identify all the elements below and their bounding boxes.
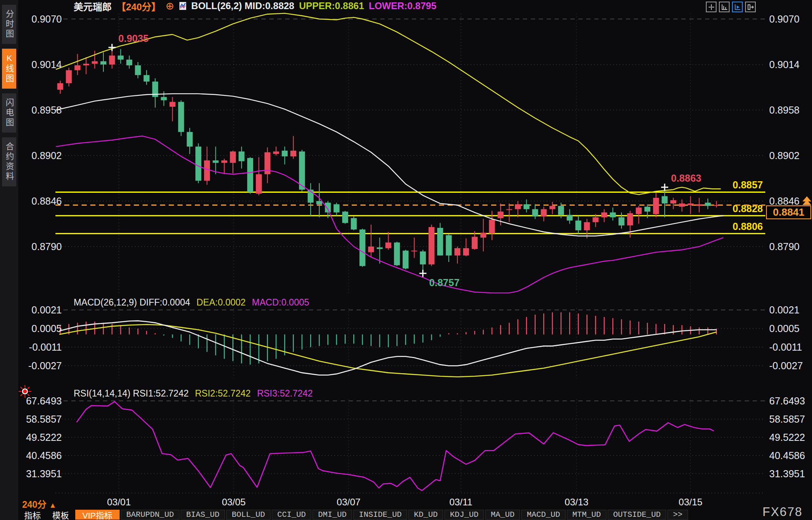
tab-indicator[interactable]: MA_UD: [485, 510, 520, 520]
candle: [437, 228, 443, 256]
candle: [429, 227, 435, 264]
axis-tick-label: 31.3951: [769, 468, 805, 479]
date-tick-label: 03/01: [107, 497, 131, 507]
tab-indicator[interactable]: KD_UD: [408, 510, 443, 520]
date-tick-label: 03/11: [449, 497, 472, 507]
tab-indicator[interactable]: BOLL_UD: [226, 510, 271, 520]
sidebar-item-active[interactable]: K线图: [2, 49, 16, 89]
axis-tick-label: 0.8902: [769, 150, 799, 161]
candle: [83, 64, 89, 65]
sidebar-item-chart-type[interactable]: 合约资料: [2, 137, 16, 186]
candle: [66, 70, 72, 83]
tab-indicator[interactable]: MACD_UD: [521, 510, 566, 520]
axis-tick-label: 67.6493: [769, 395, 805, 406]
bollinger-lines: [56, 13, 723, 293]
candle: [126, 60, 132, 65]
boll-upper-value: UPPER:0.8861: [299, 0, 364, 11]
timeframe-arrow-icon[interactable]: ▲: [49, 501, 57, 509]
axis-tick-label: 49.5222: [26, 432, 62, 443]
axis-tick-label: -0.0011: [29, 342, 62, 353]
candle: [576, 220, 581, 230]
axis-play-icon[interactable]: [732, 2, 743, 12]
candle: [204, 160, 210, 180]
candle: [515, 204, 521, 209]
tab-indicator[interactable]: DMI_UD: [313, 510, 352, 520]
candles-layer: [57, 47, 720, 273]
axis-tick-label: -0.0027: [28, 360, 62, 371]
price-annotation: 0.9035: [118, 33, 149, 44]
symbol-title: 美元瑞郎: [74, 0, 112, 13]
kline-indicator-icon: [179, 1, 187, 11]
candle: [524, 204, 530, 209]
axis-tick-label: 0.8958: [769, 104, 799, 116]
sidebar-item-chart-type[interactable]: 分时图: [2, 5, 16, 44]
candle: [74, 65, 80, 70]
candle: [662, 196, 668, 203]
candle: [325, 203, 331, 213]
tab-indicator[interactable]: 模板: [47, 510, 74, 520]
macd-value: MACD:0.0005: [252, 297, 309, 308]
tab-indicator[interactable]: >>: [667, 510, 688, 520]
tab-indicator[interactable]: 指标: [19, 510, 46, 520]
tab-vip-indicator[interactable]: VIP指标: [75, 510, 120, 520]
candle: [532, 209, 538, 216]
candle: [610, 213, 616, 217]
candle: [161, 97, 167, 100]
tab-indicator[interactable]: INSIDE_UD: [353, 510, 407, 520]
candle: [385, 243, 391, 248]
tab-indicator[interactable]: BIAS_UD: [181, 510, 225, 520]
candle: [377, 247, 383, 249]
candle: [178, 102, 184, 132]
axis-tick-label: 0.8846: [32, 195, 62, 207]
price-annotation: 0.8757: [429, 277, 459, 288]
tab-indicator[interactable]: OUTSIDE_UD: [608, 510, 666, 520]
sidebar-item-chart-type[interactable]: 闪电图: [2, 93, 16, 133]
boll-summary: BOLL(26,2) MID:0.8828: [191, 0, 294, 11]
price-annotation: 0.8863: [671, 173, 701, 184]
candle: [705, 203, 711, 206]
candle: [92, 61, 98, 64]
tab-indicator[interactable]: MTM_UD: [567, 510, 606, 520]
candle: [446, 235, 452, 255]
axis-tick-label: 31.3951: [26, 468, 62, 479]
axis-tick-label: 0.8958: [32, 104, 62, 116]
axis-tick-label: 0.9014: [32, 59, 62, 70]
trading-app: { "header": { "symbol": "美元瑞郎", "period"…: [0, 0, 812, 520]
rsi2-value: RSI2:52.7242: [195, 388, 251, 399]
exit-chart-icon[interactable]: [745, 2, 756, 12]
axis-tick-label: 0.8902: [32, 150, 62, 161]
macd-panel: [59, 312, 717, 377]
candle: [144, 75, 150, 82]
candle: [541, 209, 547, 216]
candle: [567, 215, 573, 220]
candle: [221, 160, 227, 163]
chart-canvas[interactable]: 0.88570.88280.88060.90700.90700.90140.90…: [0, 0, 812, 520]
candle: [195, 146, 201, 180]
candle: [101, 61, 107, 65]
chart-header: 美元瑞郎 【240分】 ⊕ BOLL(26,2) MID:0.8828 UPPE…: [74, 0, 436, 11]
candle: [489, 220, 495, 233]
axis-tick-label: 0.0021: [769, 304, 799, 315]
candle: [696, 204, 702, 206]
crosshair-icon[interactable]: [706, 2, 717, 12]
tab-indicator[interactable]: KDJ_UD: [444, 510, 484, 520]
level-price-label: 0.8806: [733, 221, 763, 232]
boll-lower-value: LOWER:0.8795: [369, 0, 436, 11]
candle: [653, 198, 659, 214]
indicator-tab-bar: 指标模板VIP指标BARUPDN_UDBIAS_UDBOLL_UDCCI_UDD…: [19, 510, 688, 520]
tab-indicator[interactable]: CCI_UD: [272, 510, 311, 520]
candle: [273, 152, 279, 154]
add-indicator-icon[interactable]: ⊕: [166, 0, 174, 12]
candle: [238, 152, 244, 161]
candle: [135, 65, 141, 75]
tab-indicator[interactable]: BARUPDN_UD: [121, 510, 179, 520]
period-label[interactable]: 【240分】: [116, 0, 161, 13]
candle: [713, 205, 719, 206]
candle: [342, 212, 348, 223]
axis-bars-icon[interactable]: [719, 2, 730, 12]
chart-toolbar: [706, 2, 756, 12]
rsi-panel: [76, 402, 714, 491]
axis-tick-label: 0.8790: [32, 241, 62, 252]
candle: [679, 203, 685, 207]
live-indicator-icon: [18, 385, 32, 398]
